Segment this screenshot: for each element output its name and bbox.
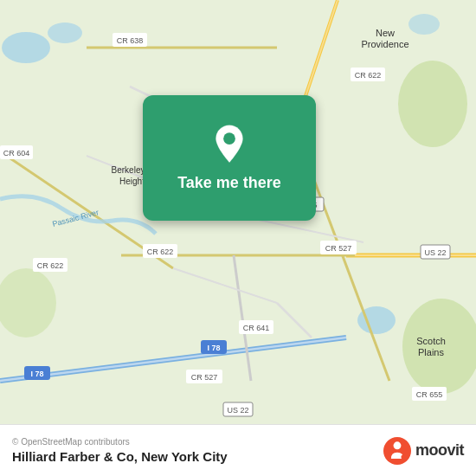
moovit-logo: moovit [383, 437, 464, 465]
place-name: Hilliard Farber & Co, New York City [12, 449, 228, 464]
map-container: CR 638 CR 622 CR 622 CR 622 CR 527 I 78 … [0, 0, 476, 424]
svg-point-62 [401, 454, 405, 459]
svg-text:Plains: Plains [418, 347, 444, 357]
svg-text:CR 641: CR 641 [243, 324, 270, 332]
moovit-text-label: moovit [415, 441, 464, 460]
svg-text:New: New [376, 28, 395, 38]
svg-text:CR 622: CR 622 [37, 261, 64, 270]
svg-text:US 22: US 22 [424, 248, 446, 257]
svg-text:Scotch: Scotch [416, 336, 446, 346]
svg-point-2 [48, 23, 82, 43]
svg-text:I 78: I 78 [207, 344, 220, 352]
svg-point-1 [2, 32, 50, 63]
svg-text:US 22: US 22 [227, 406, 248, 415]
take-me-there-label: Take me there [177, 174, 281, 192]
moovit-brand-icon [383, 437, 411, 465]
svg-text:CR 638: CR 638 [117, 36, 144, 45]
svg-text:CR 527: CR 527 [325, 244, 352, 253]
take-me-there-card[interactable]: Take me there [143, 95, 316, 221]
svg-text:CR 604: CR 604 [3, 149, 30, 158]
svg-text:CR 622: CR 622 [147, 248, 174, 256]
svg-point-61 [394, 441, 402, 449]
svg-text:Providence: Providence [361, 39, 408, 49]
bottom-info: © OpenStreetMap contributors Hilliard Fa… [12, 437, 228, 464]
bottom-bar: © OpenStreetMap contributors Hilliard Fa… [0, 424, 476, 476]
svg-point-60 [383, 437, 411, 465]
svg-text:CR 527: CR 527 [191, 373, 218, 382]
svg-point-3 [408, 14, 440, 35]
location-pin-icon [209, 124, 250, 165]
svg-point-5 [398, 61, 467, 147]
svg-text:Berkeley: Berkeley [112, 165, 145, 175]
osm-attribution: © OpenStreetMap contributors [12, 437, 228, 447]
svg-text:CR 622: CR 622 [355, 71, 382, 80]
svg-point-59 [223, 132, 235, 145]
svg-text:I 78: I 78 [30, 370, 43, 378]
svg-text:CR 655: CR 655 [416, 390, 443, 399]
